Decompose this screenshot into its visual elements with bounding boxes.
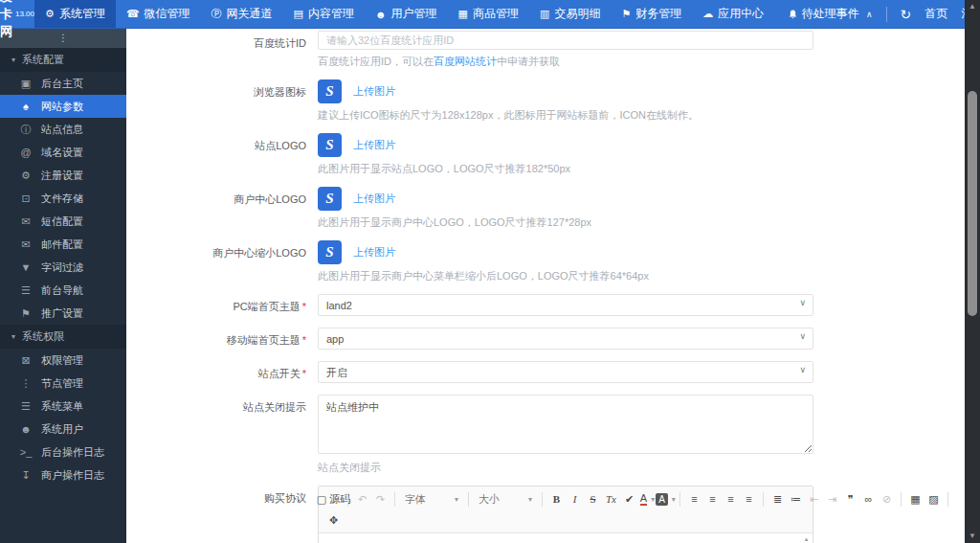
field-label: 站点开关 xyxy=(258,368,301,379)
sidebar-item-system-menu[interactable]: ☰系统菜单 xyxy=(0,395,126,418)
nav-item-apps[interactable]: ☁应用中心 xyxy=(692,0,774,28)
sidebar-item-admin-log[interactable]: >_后台操作日志 xyxy=(0,441,126,464)
scroll-up-icon[interactable]: ▴ xyxy=(802,535,811,543)
remove-format-button[interactable]: Tx xyxy=(603,491,619,508)
form-row-site-switch: 站点开关* 开启∨ xyxy=(126,361,965,383)
form-row-favicon: 浏览器图标 S上传图片 建议上传ICO图标的尺寸为128x128px，此图标用于… xyxy=(126,79,965,122)
nav-item-finance[interactable]: ⚑财务管理 xyxy=(611,0,692,28)
nav-item-users[interactable]: ☻用户管理 xyxy=(365,0,448,28)
home-link[interactable]: 首页 xyxy=(924,6,947,22)
link-button[interactable]: ∞ xyxy=(860,491,877,508)
redo-button[interactable]: ↷ xyxy=(372,491,389,508)
field-label: 站点LOGO xyxy=(126,133,318,175)
upload-image-link[interactable]: 上传图片 xyxy=(353,192,395,206)
cloud-icon: ☁ xyxy=(702,8,713,20)
bold-button[interactable]: B xyxy=(548,491,565,508)
field-label: 移动端首页主题 xyxy=(227,334,301,346)
field-label: 浏览器图标 xyxy=(126,79,318,122)
strikethrough-button[interactable]: S xyxy=(585,491,601,508)
bg-color-button[interactable]: A▾ xyxy=(657,491,674,508)
sidebar-section-system-permission[interactable]: ▾系统权限 xyxy=(0,325,126,349)
blockquote-button[interactable]: ❞ xyxy=(842,491,858,508)
baidu-id-input[interactable] xyxy=(318,31,813,50)
sidebar-item-domain[interactable]: @域名设置 xyxy=(0,141,126,164)
sidebar-item-merchant-log[interactable]: ↧商户操作日志 xyxy=(0,464,126,486)
form-row-pc-theme: PC端首页主题* land2∨ xyxy=(126,294,965,316)
site-switch-select[interactable]: 开启 xyxy=(318,361,813,383)
sidebar-item-nodes[interactable]: ⋮节点管理 xyxy=(0,372,126,395)
nav-item-system[interactable]: ⚙系统管理 xyxy=(34,0,116,28)
sidebar-item-permission[interactable]: ⊠权限管理 xyxy=(0,349,126,372)
lock-icon: ⊠ xyxy=(19,354,33,367)
info-icon: ⓘ xyxy=(19,123,33,137)
font-size-dropdown[interactable]: 大小▾ xyxy=(475,491,536,508)
sidebar-item-mail[interactable]: ✉邮件配置 xyxy=(0,233,126,256)
sidebar-item-system-users[interactable]: ☻系统用户 xyxy=(0,418,126,441)
align-left-button[interactable]: ≡ xyxy=(686,491,702,508)
sidebar-item-dashboard[interactable]: ▣后台主页 xyxy=(0,72,126,95)
align-right-button[interactable]: ≡ xyxy=(723,491,739,508)
sidebar-collapse-button[interactable]: ⋮ xyxy=(0,29,126,48)
bell-icon xyxy=(788,9,798,20)
table-button[interactable]: ▦ xyxy=(907,491,924,508)
nav-item-wechat[interactable]: ☎微信管理 xyxy=(116,0,201,28)
briefcase-icon: ▦ xyxy=(458,8,468,20)
upload-image-link[interactable]: 上传图片 xyxy=(353,84,395,99)
sidebar-item-promotion[interactable]: ⚑推广设置 xyxy=(0,302,126,325)
undo-button[interactable]: ↶ xyxy=(354,491,370,508)
close-tip-textarea[interactable]: 站点维护中 xyxy=(318,395,813,454)
page-scrollbar-thumb[interactable] xyxy=(968,91,977,316)
sidebar-section-system-config[interactable]: ▾系统配置 xyxy=(0,48,126,72)
pending-events-button[interactable]: 待处理事件 ∧ xyxy=(788,6,872,22)
field-label: 站点关闭提示 xyxy=(126,395,318,474)
indent-button[interactable]: ⇥ xyxy=(824,491,840,508)
upload-logo-icon[interactable]: S xyxy=(318,133,342,157)
align-center-button[interactable]: ≡ xyxy=(704,491,721,508)
mobile-theme-select[interactable]: app xyxy=(318,328,813,350)
nav-item-content[interactable]: ▤内容管理 xyxy=(283,0,365,28)
sidebar-item-sms[interactable]: ✉短信配置 xyxy=(0,210,126,233)
outdent-button[interactable]: ⇤ xyxy=(806,491,822,508)
field-label: 百度统计ID xyxy=(126,31,318,68)
form-row-close-tip: 站点关闭提示 站点维护中 站点关闭提示 xyxy=(126,395,965,474)
scroll-up-icon[interactable]: ▲ xyxy=(969,0,976,13)
fullscreen-button[interactable]: ✥ xyxy=(325,512,342,529)
upload-logo-icon[interactable]: S xyxy=(318,240,342,264)
divider xyxy=(679,492,680,507)
nav-item-goods[interactable]: ▦商品管理 xyxy=(448,0,529,28)
form-row-agreement: 购买协议 ▢ 源码 ↶ ↷ 字体▾ 大小▾ B I xyxy=(126,486,965,543)
sidebar-item-front-nav[interactable]: ☰前台导航 xyxy=(0,279,126,302)
field-label: 商户中心缩小LOGO xyxy=(126,240,318,283)
italic-button[interactable]: I xyxy=(567,491,583,508)
sidebar-item-word-filter[interactable]: ▼字词过滤 xyxy=(0,256,126,279)
sidebar-item-file-storage[interactable]: ⊡文件存储 xyxy=(0,187,126,210)
sidebar-item-site-info[interactable]: ⓘ站点信息 xyxy=(0,118,126,141)
baidu-stats-link[interactable]: 百度网站统计 xyxy=(434,56,497,67)
scroll-down-icon[interactable]: ▼ xyxy=(969,530,976,543)
upload-logo-icon[interactable]: S xyxy=(318,187,342,211)
form-row-mobile-theme: 移动端首页主题* app∨ xyxy=(126,328,965,350)
image-button[interactable]: ▨ xyxy=(925,491,942,508)
form-row-baidu: 百度统计ID 百度统计应用ID，可以在百度网站统计中申请并获取 xyxy=(126,31,965,68)
image-icon: ▣ xyxy=(19,78,33,90)
format-painter-button[interactable]: ✔ xyxy=(621,491,637,508)
divider xyxy=(763,492,764,507)
source-code-button[interactable]: ▢ 源码 xyxy=(325,491,342,508)
sidebar-item-website-params[interactable]: ♠网站参数 xyxy=(0,95,126,118)
unordered-list-button[interactable]: ≔ xyxy=(788,491,804,508)
font-family-dropdown[interactable]: 字体▾ xyxy=(401,491,462,508)
divider xyxy=(347,492,348,507)
agreement-editor-body[interactable]: 温馨提示：本站不提供任何担保、私下交易被骗一律与本站无关。 1、本平台仅提供自动… xyxy=(319,533,813,543)
upload-image-link[interactable]: 上传图片 xyxy=(353,245,395,260)
unlink-button[interactable]: ⊘ xyxy=(879,491,895,508)
sidebar-item-register[interactable]: ⚙注册设置 xyxy=(0,164,126,187)
ordered-list-button[interactable]: ≣ xyxy=(769,491,786,508)
align-justify-button[interactable]: ≡ xyxy=(741,491,757,508)
nav-item-trades[interactable]: ▥交易明细 xyxy=(529,0,611,28)
nav-item-gateway[interactable]: Ⓟ网关通道 xyxy=(201,0,283,28)
upload-logo-icon[interactable]: S xyxy=(318,79,342,103)
upload-image-link[interactable]: 上传图片 xyxy=(353,138,395,152)
text-color-button[interactable]: A▾ xyxy=(639,491,656,508)
pc-theme-select[interactable]: land2 xyxy=(318,294,813,316)
refresh-icon[interactable]: ↻ xyxy=(901,7,912,22)
